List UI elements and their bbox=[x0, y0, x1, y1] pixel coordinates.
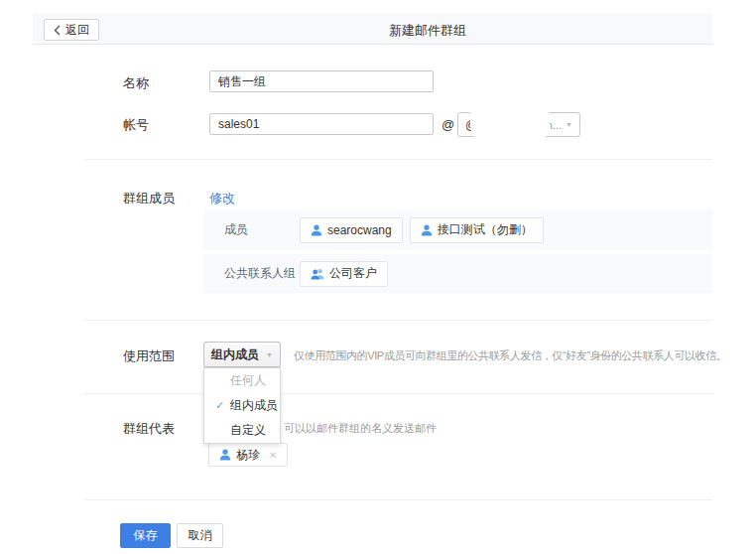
representative-tag[interactable]: 杨珍 ✕ bbox=[208, 443, 288, 467]
member-tag[interactable]: 接口测试（勿删） bbox=[410, 217, 544, 243]
contact-group-row: 公共联系人组 公司客户 bbox=[203, 254, 712, 293]
representative-tag-wrap: 杨珍 ✕ bbox=[208, 443, 288, 467]
member-tag[interactable]: searocwang bbox=[300, 217, 403, 243]
scope-option-custom[interactable]: 自定义 bbox=[204, 418, 280, 443]
chevron-down-icon: ▼ bbox=[266, 351, 273, 358]
scope-help-text: 仅使用范围内的VIP成员可向群组里的公共联系人发信，仅“好友”身份的公共联系人可… bbox=[294, 348, 726, 363]
check-icon: ✓ bbox=[215, 399, 230, 412]
account-input-value: sales01 bbox=[218, 117, 259, 131]
divider bbox=[84, 499, 712, 500]
divider bbox=[84, 320, 712, 321]
divider bbox=[84, 393, 712, 394]
account-label: 帐号 bbox=[123, 116, 149, 134]
person-icon bbox=[219, 449, 231, 461]
scope-select[interactable]: 组内成员 ▼ bbox=[203, 342, 281, 367]
scope-option-group-members[interactable]: ✓ 组内成员 bbox=[204, 393, 280, 418]
divider bbox=[84, 159, 712, 160]
representative-tag-label: 杨珍 bbox=[236, 447, 260, 464]
members-section-label: 群组成员 bbox=[123, 190, 175, 208]
scope-select-value: 组内成员 bbox=[211, 346, 259, 363]
at-symbol: @ bbox=[441, 117, 454, 132]
header-bar bbox=[33, 13, 712, 45]
representative-label: 群组代表 bbox=[123, 420, 175, 438]
create-mail-group-page: 返回 新建邮件群组 名称 销售一组 帐号 sales01 @ @ n... ▼ … bbox=[0, 0, 756, 554]
name-input-value: 销售一组 bbox=[218, 73, 266, 90]
group-icon bbox=[311, 268, 324, 280]
back-button[interactable]: 返回 bbox=[44, 19, 99, 41]
name-input[interactable]: 销售一组 bbox=[209, 70, 434, 92]
member-tag-label: searocwang bbox=[327, 223, 392, 237]
person-icon bbox=[421, 224, 433, 236]
scope-label: 使用范围 bbox=[123, 347, 175, 365]
members-row: 成员 searocwang 接口测试（勿删） bbox=[203, 209, 712, 250]
cancel-button[interactable]: 取消 bbox=[177, 523, 223, 548]
chevron-left-icon bbox=[54, 25, 61, 36]
member-tag-label: 接口测试（勿删） bbox=[438, 221, 533, 238]
chevron-down-icon: ▼ bbox=[566, 121, 572, 128]
redacted-domain-overlay bbox=[470, 101, 550, 142]
person-icon bbox=[311, 224, 322, 236]
contact-group-row-label: 公共联系人组 bbox=[224, 265, 300, 282]
name-label: 名称 bbox=[123, 74, 149, 92]
page-title: 新建邮件群组 bbox=[389, 22, 466, 40]
back-label: 返回 bbox=[65, 22, 89, 39]
members-row-label: 成员 bbox=[224, 221, 300, 238]
representative-help-text: 可以以邮件群组的名义发送邮件 bbox=[284, 421, 437, 436]
modify-link[interactable]: 修改 bbox=[209, 190, 235, 208]
account-input[interactable]: sales01 bbox=[209, 113, 434, 135]
scope-dropdown-menu: 任何人 ✓ 组内成员 自定义 bbox=[203, 367, 281, 444]
contact-group-tag[interactable]: 公司客户 bbox=[300, 261, 388, 287]
remove-icon[interactable]: ✕ bbox=[269, 450, 277, 461]
contact-group-tag-label: 公司客户 bbox=[329, 265, 377, 282]
save-button[interactable]: 保存 bbox=[120, 523, 171, 548]
scope-option-anyone[interactable]: 任何人 bbox=[204, 368, 280, 393]
